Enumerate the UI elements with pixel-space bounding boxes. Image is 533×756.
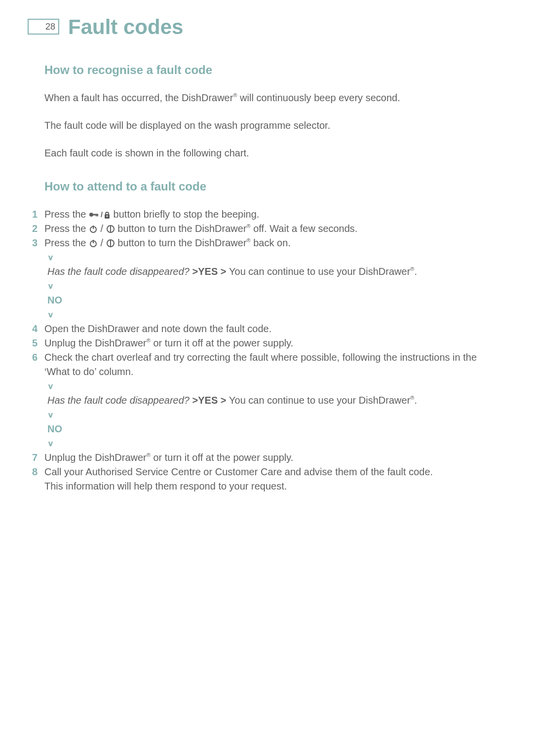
step-body: Unplug the DishDrawer® or turn it off at… bbox=[44, 336, 494, 350]
step-body: Check the chart overleaf and try correct… bbox=[44, 350, 494, 379]
registered-mark: ® bbox=[247, 237, 251, 243]
svg-point-6 bbox=[107, 216, 108, 217]
decision-flow: ∨ Has the fault code disappeared? >YES >… bbox=[47, 379, 494, 451]
registered-mark: ® bbox=[247, 223, 251, 229]
page-title: Fault codes bbox=[68, 17, 183, 38]
section-heading-attend: How to attend to a fault code bbox=[44, 180, 494, 193]
step-row: 7 Unplug the DishDrawer® or turn it off … bbox=[28, 451, 494, 465]
svg-text:/: / bbox=[101, 210, 103, 219]
step-number: 5 bbox=[28, 336, 38, 350]
text: Call your Authorised Service Centre or C… bbox=[44, 465, 494, 479]
yes-branch: >YES > bbox=[192, 395, 229, 406]
text: button to turn the DishDrawer bbox=[117, 237, 246, 248]
down-arrow-icon: ∨ bbox=[47, 253, 54, 263]
paragraph: When a fault has occurred, the DishDrawe… bbox=[44, 91, 494, 105]
step-body: Call your Authorised Service Centre or C… bbox=[44, 465, 494, 493]
step-number: 1 bbox=[28, 207, 38, 222]
step-row: 4 Open the DishDrawer and note down the … bbox=[28, 322, 494, 336]
yes-branch: >YES > bbox=[192, 266, 229, 277]
text: Press the bbox=[44, 237, 89, 248]
decision-question: Has the fault code disappeared? >YES > Y… bbox=[47, 265, 494, 279]
step-number: 8 bbox=[28, 465, 38, 479]
text: Unplug the DishDrawer bbox=[44, 452, 147, 463]
step-row: 3 Press the / button to turn the bbox=[28, 236, 494, 250]
step-number: 2 bbox=[28, 222, 38, 236]
text: Has the fault code disappeared? bbox=[47, 266, 192, 277]
no-branch: NO bbox=[47, 422, 494, 436]
step-body: Press the / bbox=[44, 207, 494, 222]
step-number: 3 bbox=[28, 236, 38, 250]
text: When a fault has occurred, the DishDrawe… bbox=[44, 92, 233, 103]
down-arrow-icon: ∨ bbox=[47, 310, 54, 320]
down-arrow-icon: ∨ bbox=[47, 382, 54, 392]
text: button to turn the DishDrawer bbox=[117, 223, 246, 234]
power-icon bbox=[89, 225, 98, 233]
step-body: Press the / button to turn the DishDrawe… bbox=[44, 222, 494, 236]
decision-flow: ∨ Has the fault code disappeared? >YES >… bbox=[47, 250, 494, 322]
text: . bbox=[414, 395, 417, 406]
text: Press the bbox=[44, 223, 89, 234]
step-row: 5 Unplug the DishDrawer® or turn it off … bbox=[28, 336, 494, 350]
page-header: 28 Fault codes bbox=[28, 17, 494, 38]
text: back on. bbox=[251, 237, 291, 248]
power-alt-icon bbox=[106, 239, 115, 248]
paragraph: Each fault code is shown in the followin… bbox=[44, 146, 494, 160]
steps-list: 1 Press the / bbox=[28, 207, 494, 493]
text: will continuously beep every second. bbox=[237, 92, 400, 103]
text: Press the bbox=[44, 209, 89, 220]
step-body: Press the / button to turn the DishDrawe… bbox=[44, 236, 494, 250]
text: You can continue to use your DishDrawer bbox=[229, 266, 410, 277]
section-heading-recognise: How to recognise a fault code bbox=[44, 63, 494, 77]
paragraph: The fault code will be displayed on the … bbox=[44, 118, 494, 132]
step-row: 1 Press the / bbox=[28, 207, 494, 222]
text: / bbox=[101, 223, 106, 234]
power-icon bbox=[89, 239, 98, 248]
text: This information will help them respond … bbox=[44, 479, 494, 493]
down-arrow-icon: ∨ bbox=[47, 282, 54, 292]
text: or turn it off at the power supply. bbox=[151, 452, 293, 463]
text: button briefly to stop the beeping. bbox=[114, 209, 260, 220]
step-body: Unplug the DishDrawer® or turn it off at… bbox=[44, 451, 494, 465]
text: Has the fault code disappeared? bbox=[47, 395, 192, 406]
svg-rect-3 bbox=[97, 214, 98, 217]
down-arrow-icon: ∨ bbox=[47, 439, 54, 449]
step-row: 6 Check the chart overleaf and try corre… bbox=[28, 350, 494, 379]
svg-rect-2 bbox=[96, 214, 97, 217]
registered-mark: ® bbox=[147, 452, 151, 458]
text: off. Wait a few seconds. bbox=[251, 223, 358, 234]
step-number: 4 bbox=[28, 322, 38, 336]
registered-mark: ® bbox=[147, 338, 151, 343]
page-number-badge: 28 bbox=[28, 19, 59, 35]
step-body: Open the DishDrawer and note down the fa… bbox=[44, 322, 494, 336]
decision-question: Has the fault code disappeared? >YES > Y… bbox=[47, 393, 494, 408]
keylock-icon: / bbox=[89, 210, 111, 219]
step-row: 8 Call your Authorised Service Centre or… bbox=[28, 465, 494, 493]
text: You can continue to use your DishDrawer bbox=[229, 395, 410, 406]
svg-rect-1 bbox=[93, 214, 98, 216]
step-number: 7 bbox=[28, 451, 38, 465]
svg-point-0 bbox=[89, 213, 93, 217]
power-alt-icon bbox=[106, 225, 115, 233]
text: Unplug the DishDrawer bbox=[44, 338, 147, 348]
text: or turn it off at the power supply. bbox=[151, 338, 293, 348]
step-number: 6 bbox=[28, 350, 38, 365]
no-branch: NO bbox=[47, 293, 494, 307]
section-recognise: How to recognise a fault code When a fau… bbox=[44, 63, 494, 160]
text: . bbox=[414, 266, 417, 277]
document-page: 28 Fault codes How to recognise a fault … bbox=[0, 0, 533, 756]
step-row: 2 Press the / button to turn the bbox=[28, 222, 494, 236]
down-arrow-icon: ∨ bbox=[47, 411, 54, 420]
registered-mark: ® bbox=[233, 92, 237, 98]
section-attend: How to attend to a fault code bbox=[44, 180, 494, 193]
text: / bbox=[101, 237, 106, 248]
